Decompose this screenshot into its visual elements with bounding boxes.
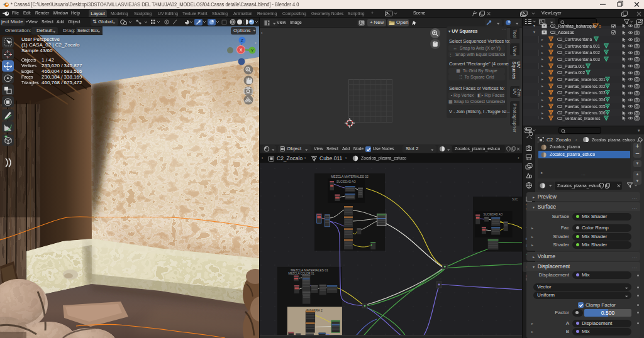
svg-text:Z: Z xyxy=(241,38,244,43)
svg-text:5: 5 xyxy=(599,25,602,28)
svg-text:SUCIEDAD AO: SUCIEDAD AO xyxy=(336,180,356,183)
svg-text:SUCIEDAD AO: SUCIEDAD AO xyxy=(484,213,503,216)
svg-text:MEZCLA MATERIALES 02: MEZCLA MATERIALES 02 xyxy=(331,175,369,178)
svg-text:SUC: SUC xyxy=(512,198,518,201)
svg-text:MEZCLA COLOR 01: MEZCLA COLOR 01 xyxy=(288,272,314,275)
svg-text:X: X xyxy=(240,48,243,52)
svg-text:Y: Y xyxy=(251,48,254,53)
